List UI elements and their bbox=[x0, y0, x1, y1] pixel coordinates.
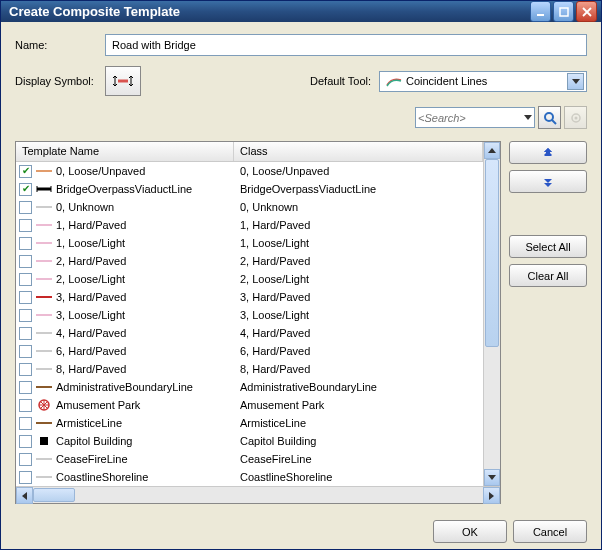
row-symbol-icon bbox=[35, 237, 53, 249]
table-row[interactable]: 2, Hard/Paved2, Hard/Paved bbox=[16, 252, 483, 270]
row-class: CeaseFireLine bbox=[234, 453, 483, 465]
scroll-left-button[interactable] bbox=[16, 487, 33, 504]
row-symbol-icon bbox=[35, 381, 53, 393]
vertical-scrollbar[interactable] bbox=[483, 142, 500, 486]
svg-rect-1 bbox=[560, 8, 568, 16]
row-template-name: ArmisticeLine bbox=[56, 417, 122, 429]
row-class: 1, Loose/Light bbox=[234, 237, 483, 249]
row-checkbox[interactable] bbox=[19, 273, 32, 286]
row-checkbox[interactable] bbox=[19, 453, 32, 466]
row-class: AdministrativeBoundaryLine bbox=[234, 381, 483, 393]
minimize-button[interactable] bbox=[530, 1, 551, 22]
row-template-name: 2, Hard/Paved bbox=[56, 255, 126, 267]
row-checkbox[interactable] bbox=[19, 309, 32, 322]
row-checkbox[interactable] bbox=[19, 219, 32, 232]
scroll-down-button[interactable] bbox=[484, 469, 500, 486]
table-row[interactable]: 3, Loose/Light3, Loose/Light bbox=[16, 306, 483, 324]
hscroll-thumb[interactable] bbox=[33, 487, 483, 503]
row-symbol-icon bbox=[35, 399, 53, 411]
name-label: Name: bbox=[15, 39, 105, 51]
row-symbol-icon bbox=[35, 291, 53, 303]
table-row[interactable]: 1, Hard/Paved1, Hard/Paved bbox=[16, 216, 483, 234]
table-row[interactable]: Capitol BuildingCapitol Building bbox=[16, 432, 483, 450]
table-row[interactable]: CoastlineShorelineCoastlineShoreline bbox=[16, 468, 483, 486]
template-table: Template Name Class 0, Loose/Unpaved0, L… bbox=[15, 141, 501, 504]
row-checkbox[interactable] bbox=[19, 417, 32, 430]
row-checkbox[interactable] bbox=[19, 183, 32, 196]
search-input[interactable] bbox=[418, 112, 524, 124]
row-class: ArmisticeLine bbox=[234, 417, 483, 429]
scroll-up-button[interactable] bbox=[484, 142, 500, 159]
maximize-button[interactable] bbox=[553, 1, 574, 22]
svg-rect-0 bbox=[537, 14, 544, 16]
default-tool-label: Default Tool: bbox=[310, 75, 371, 87]
row-class: 6, Hard/Paved bbox=[234, 345, 483, 357]
table-row[interactable]: BridgeOverpassViaductLineBridgeOverpassV… bbox=[16, 180, 483, 198]
svg-rect-24 bbox=[40, 437, 48, 445]
table-row[interactable]: 8, Hard/Paved8, Hard/Paved bbox=[16, 360, 483, 378]
clear-all-button[interactable]: Clear All bbox=[509, 264, 587, 287]
display-symbol-button[interactable] bbox=[105, 66, 141, 96]
row-class: BridgeOverpassViaductLine bbox=[234, 183, 483, 195]
table-row[interactable]: 1, Loose/Light1, Loose/Light bbox=[16, 234, 483, 252]
row-checkbox[interactable] bbox=[19, 399, 32, 412]
row-symbol-icon bbox=[35, 345, 53, 357]
table-row[interactable]: 3, Hard/Paved3, Hard/Paved bbox=[16, 288, 483, 306]
row-symbol-icon bbox=[35, 183, 53, 195]
row-class: 1, Hard/Paved bbox=[234, 219, 483, 231]
row-checkbox[interactable] bbox=[19, 201, 32, 214]
table-row[interactable]: 2, Loose/Light2, Loose/Light bbox=[16, 270, 483, 288]
row-checkbox[interactable] bbox=[19, 363, 32, 376]
row-template-name: BridgeOverpassViaductLine bbox=[56, 183, 192, 195]
default-tool-select[interactable]: Coincident Lines bbox=[379, 71, 587, 92]
table-row[interactable]: CeaseFireLineCeaseFireLine bbox=[16, 450, 483, 468]
table-row[interactable]: AdministrativeBoundaryLineAdministrative… bbox=[16, 378, 483, 396]
row-template-name: 3, Hard/Paved bbox=[56, 291, 126, 303]
row-class: 2, Hard/Paved bbox=[234, 255, 483, 267]
table-row[interactable]: 0, Unknown0, Unknown bbox=[16, 198, 483, 216]
close-button[interactable] bbox=[576, 1, 597, 22]
row-template-name: AdministrativeBoundaryLine bbox=[56, 381, 193, 393]
row-class: 0, Unknown bbox=[234, 201, 483, 213]
row-checkbox[interactable] bbox=[19, 291, 32, 304]
row-checkbox[interactable] bbox=[19, 255, 32, 268]
move-up-button[interactable] bbox=[509, 141, 587, 164]
search-box[interactable] bbox=[415, 107, 535, 128]
horizontal-scrollbar[interactable] bbox=[16, 486, 500, 503]
row-symbol-icon bbox=[35, 255, 53, 267]
table-row[interactable]: 0, Loose/Unpaved0, Loose/Unpaved bbox=[16, 162, 483, 180]
row-template-name: 8, Hard/Paved bbox=[56, 363, 126, 375]
row-class: Capitol Building bbox=[234, 435, 483, 447]
move-down-button[interactable] bbox=[509, 170, 587, 193]
search-dropdown-icon bbox=[524, 115, 532, 120]
svg-line-4 bbox=[552, 120, 556, 124]
name-input[interactable] bbox=[105, 34, 587, 56]
scroll-thumb[interactable] bbox=[484, 159, 500, 469]
table-row[interactable]: 4, Hard/Paved4, Hard/Paved bbox=[16, 324, 483, 342]
table-row[interactable]: ArmisticeLineArmisticeLine bbox=[16, 414, 483, 432]
row-checkbox[interactable] bbox=[19, 435, 32, 448]
ok-button[interactable]: OK bbox=[433, 520, 507, 543]
search-button[interactable] bbox=[538, 106, 561, 129]
row-class: 4, Hard/Paved bbox=[234, 327, 483, 339]
scroll-right-button[interactable] bbox=[483, 487, 500, 504]
row-checkbox[interactable] bbox=[19, 237, 32, 250]
row-checkbox[interactable] bbox=[19, 327, 32, 340]
cancel-button[interactable]: Cancel bbox=[513, 520, 587, 543]
row-checkbox[interactable] bbox=[19, 471, 32, 484]
column-class[interactable]: Class bbox=[234, 142, 483, 161]
svg-point-3 bbox=[545, 113, 553, 121]
select-all-button[interactable]: Select All bbox=[509, 235, 587, 258]
row-template-name: 1, Hard/Paved bbox=[56, 219, 126, 231]
row-class: 0, Loose/Unpaved bbox=[234, 165, 483, 177]
row-class: 3, Hard/Paved bbox=[234, 291, 483, 303]
table-row[interactable]: Amusement ParkAmusement Park bbox=[16, 396, 483, 414]
column-template-name[interactable]: Template Name bbox=[16, 142, 234, 161]
row-template-name: Capitol Building bbox=[56, 435, 132, 447]
row-checkbox[interactable] bbox=[19, 165, 32, 178]
table-row[interactable]: 6, Hard/Paved6, Hard/Paved bbox=[16, 342, 483, 360]
row-class: 2, Loose/Light bbox=[234, 273, 483, 285]
row-checkbox[interactable] bbox=[19, 381, 32, 394]
row-symbol-icon bbox=[35, 435, 53, 447]
row-checkbox[interactable] bbox=[19, 345, 32, 358]
